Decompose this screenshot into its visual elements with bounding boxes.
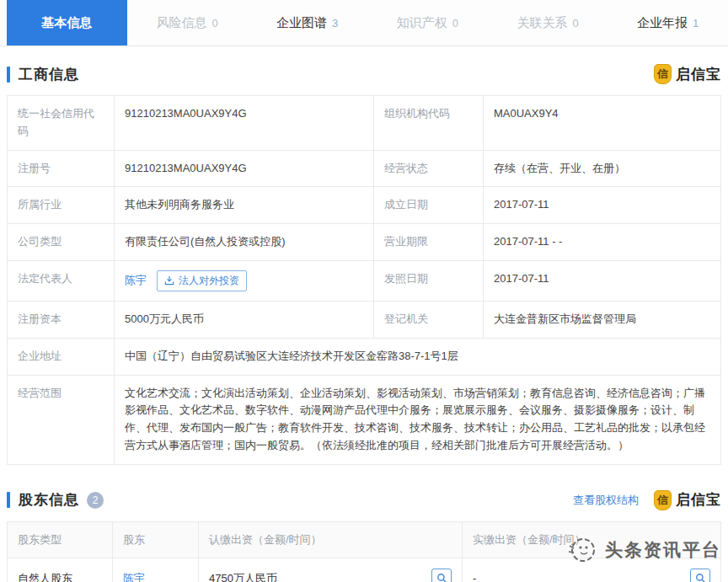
table-row: 公司类型 有限责任公司(自然人投资或控股) 营业期限 2017-07-11 - …	[8, 224, 720, 261]
qixinbao-badge-icon: 信	[654, 490, 672, 510]
table-row: 注册号 91210213MA0UAX9Y4G 经营状态 存续（在营、开业、在册）	[8, 151, 720, 188]
table-row: 经营范围 文化艺术交流；文化演出活动策划、企业活动策划、影视活动策划、市场营销策…	[8, 376, 720, 465]
tab-risk-info[interactable]: 风险信息 0	[127, 0, 248, 45]
qixinbao-brand-name: 启信宝	[676, 65, 721, 84]
legal-rep-name-link[interactable]: 陈宇	[125, 272, 147, 290]
tab-bar: 基本信息 风险信息 0 企业图谱 3 知识产权 0 关联关系 0 企业年报 1	[0, 0, 728, 46]
tab-count: 0	[211, 17, 217, 29]
field-label: 注册号	[8, 151, 115, 187]
tab-count: 0	[452, 17, 458, 29]
field-label: 公司类型	[8, 224, 115, 260]
tab-intellectual-property[interactable]: 知识产权 0	[367, 0, 488, 45]
view-equity-structure-link[interactable]: 查看股权结构	[573, 493, 639, 508]
search-icon	[695, 573, 706, 582]
qixinbao-brand: 信 启信宝	[654, 64, 721, 84]
legal-rep-invest-button[interactable]: 法人对外投资	[157, 270, 247, 291]
field-value-reg-authority: 大连金普新区市场监督管理局	[484, 302, 720, 338]
field-value-org-code: MA0UAX9Y4	[484, 96, 720, 150]
table-row: 法定代表人 陈宇 法人对外投资 发照日期 2017-07-11	[8, 261, 720, 302]
field-value-address: 中国（辽宁）自由贸易试验区大连经济技术开发区金窑路38-7-1号1层	[115, 339, 720, 375]
tab-label: 关联关系	[517, 15, 567, 31]
field-value-license-date: 2017-07-11	[484, 261, 720, 301]
qixinbao-brand: 信 启信宝	[654, 490, 721, 510]
section-accent-bar	[7, 67, 10, 83]
field-label: 发照日期	[374, 261, 484, 301]
field-label: 法定代表人	[8, 261, 115, 301]
field-label: 经营范围	[8, 376, 115, 464]
column-header: 股东	[113, 522, 199, 558]
shareholder-name-link[interactable]: 陈宇	[123, 571, 145, 582]
field-label: 营业期限	[374, 224, 484, 260]
table-row: 注册资本 5000万元人民币 登记机关 大连金普新区市场监督管理局	[8, 302, 720, 339]
field-value-company-type: 有限责任公司(自然人投资或控股)	[115, 224, 374, 260]
shareholder-table: 股东类型 股东 认缴出资（金额/时间） 实缴出资（金额/时间） 自然人股东 陈宇…	[7, 521, 721, 582]
field-label: 统一社会信用代码	[8, 96, 115, 150]
tab-count: 3	[332, 17, 338, 29]
field-label: 组织机构代码	[374, 96, 484, 150]
field-value-reg-number: 91210213MA0UAX9Y4G	[115, 151, 374, 187]
search-icon	[436, 573, 447, 582]
tab-label: 知识产权	[397, 15, 447, 31]
tab-basic-info[interactable]: 基本信息	[7, 0, 127, 45]
field-value-business-scope: 文化艺术交流；文化演出活动策划、企业活动策划、影视活动策划、市场营销策划；教育信…	[115, 376, 720, 464]
search-button[interactable]	[431, 569, 452, 582]
field-label: 经营状态	[374, 151, 484, 187]
field-label: 企业地址	[8, 339, 115, 375]
registration-section-header: 工商信息 信 启信宝	[7, 64, 721, 84]
tab-relations[interactable]: 关联关系 0	[488, 0, 608, 45]
table-row: 所属行业 其他未列明商务服务业 成立日期 2017-07-11	[8, 187, 720, 224]
column-header: 实缴出资（金额/时间）	[463, 522, 720, 558]
tab-count: 1	[693, 17, 699, 29]
field-value-legal-rep: 陈宇 法人对外投资	[115, 261, 374, 301]
registration-section-title: 工商信息	[19, 65, 79, 84]
column-header: 认缴出资（金额/时间）	[199, 522, 463, 558]
field-value-business-term: 2017-07-11 - -	[484, 224, 720, 260]
download-box-icon	[164, 275, 174, 286]
tab-label: 风险信息	[156, 15, 206, 31]
table-header-row: 股东类型 股东 认缴出资（金额/时间） 实缴出资（金额/时间）	[8, 522, 720, 558]
tab-label: 企业图谱	[276, 15, 327, 31]
shareholder-count-badge: 2	[87, 492, 104, 509]
tab-company-graph[interactable]: 企业图谱 3	[247, 0, 367, 45]
field-label: 成立日期	[374, 187, 484, 223]
field-label: 注册资本	[8, 302, 115, 338]
field-value-status: 存续（在营、开业、在册）	[484, 151, 720, 187]
paid-capital: -	[473, 572, 476, 582]
shareholder-type: 自然人股东	[8, 558, 113, 582]
search-button[interactable]	[690, 569, 710, 582]
field-value-credit-code: 91210213MA0UAX9Y4G	[115, 96, 374, 150]
qixinbao-brand-name: 启信宝	[676, 490, 721, 510]
table-row: 企业地址 中国（辽宁）自由贸易试验区大连经济技术开发区金窑路38-7-1号1层	[8, 339, 720, 376]
table-row: 统一社会信用代码 91210213MA0UAX9Y4G 组织机构代码 MA0UA…	[8, 96, 720, 151]
invest-button-label: 法人对外投资	[179, 274, 239, 288]
field-value-founded-date: 2017-07-11	[484, 187, 720, 223]
field-label: 登记机关	[374, 302, 484, 338]
registration-table: 统一社会信用代码 91210213MA0UAX9Y4G 组织机构代码 MA0UA…	[7, 95, 721, 465]
field-value-reg-capital: 5000万元人民币	[115, 302, 374, 338]
subscribed-capital: 4750万人民币	[209, 571, 277, 582]
section-accent-bar	[7, 492, 10, 508]
shareholder-section-header: 股东信息 2 查看股权结构 信 启信宝	[7, 490, 721, 510]
tab-label: 基本信息	[41, 15, 92, 31]
tab-annual-report[interactable]: 企业年报 1	[608, 0, 728, 45]
tab-count: 0	[572, 17, 578, 29]
qixinbao-badge-icon: 信	[654, 64, 672, 84]
tab-label: 企业年报	[637, 15, 688, 31]
column-header: 股东类型	[8, 522, 113, 558]
table-row: 自然人股东 陈宇 4750万人民币 -	[8, 558, 720, 582]
field-value-industry: 其他未列明商务服务业	[115, 187, 374, 223]
shareholder-section-title: 股东信息	[19, 490, 79, 510]
field-label: 所属行业	[8, 187, 115, 223]
